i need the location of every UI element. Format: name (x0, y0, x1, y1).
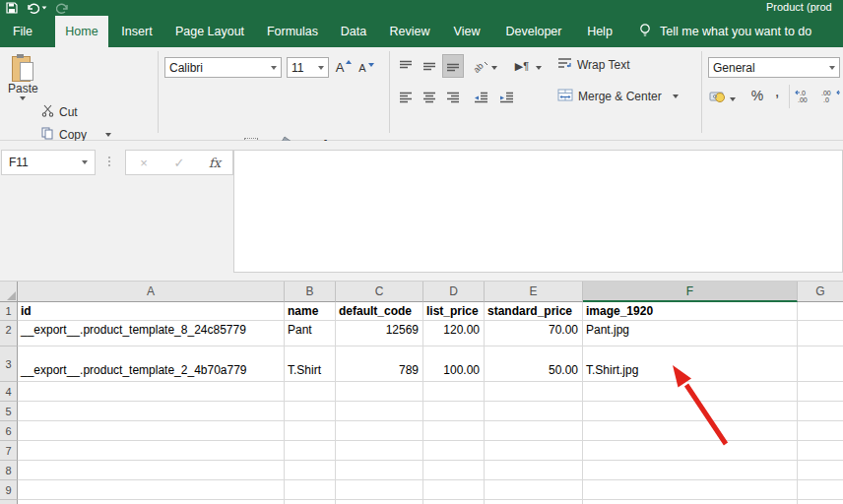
cell[interactable] (798, 441, 843, 461)
column-header-B[interactable]: B (285, 282, 336, 302)
tab-file[interactable]: File (0, 16, 45, 47)
increase-indent-button[interactable] (496, 87, 516, 108)
cell[interactable] (423, 382, 485, 402)
cell[interactable] (798, 402, 843, 421)
cell[interactable] (423, 480, 485, 500)
row-header-3[interactable]: 3 (0, 346, 18, 382)
font-size-select[interactable]: 11 (287, 57, 329, 78)
cell-C3[interactable]: 789 (336, 346, 423, 382)
cell[interactable] (18, 402, 285, 421)
comma-style-button[interactable]: , (771, 81, 783, 102)
merge-center-button[interactable]: Merge & Center (557, 87, 679, 106)
cell[interactable] (285, 461, 336, 480)
cell[interactable] (336, 382, 423, 402)
cell[interactable] (798, 480, 843, 500)
cell-D3[interactable]: 100.00 (423, 346, 485, 382)
cell[interactable] (583, 461, 798, 480)
cell[interactable] (485, 382, 583, 402)
column-header-C[interactable]: C (336, 282, 423, 302)
cell[interactable] (336, 500, 423, 504)
cell[interactable] (18, 382, 285, 402)
cell[interactable] (336, 461, 423, 480)
insert-function-icon[interactable]: fx (197, 156, 232, 170)
cell[interactable] (336, 421, 423, 441)
paste-button[interactable]: Paste (8, 54, 38, 100)
tab-help[interactable]: Help (577, 16, 622, 47)
cell[interactable] (285, 441, 336, 461)
row-header-10[interactable] (0, 500, 18, 504)
decrease-decimal-button[interactable]: .00.0 (819, 85, 841, 106)
row-header-8[interactable]: 8 (0, 461, 18, 480)
merge-center-dropdown-icon[interactable] (673, 94, 679, 98)
cell-F1[interactable]: image_1920 (583, 302, 798, 321)
cell[interactable] (18, 461, 285, 480)
grow-font-button[interactable]: A (334, 56, 354, 78)
tab-page-layout[interactable]: Page Layout (165, 16, 254, 47)
cell[interactable] (583, 421, 798, 441)
shrink-font-button[interactable]: A (357, 57, 376, 79)
align-right-button[interactable] (443, 87, 463, 108)
tab-review[interactable]: Review (382, 16, 437, 47)
tab-view[interactable]: View (443, 16, 490, 47)
formula-input[interactable] (233, 150, 843, 273)
tab-data[interactable]: Data (331, 16, 376, 47)
cell[interactable] (423, 500, 485, 504)
cancel-icon[interactable]: × (126, 156, 162, 170)
cell[interactable] (798, 461, 843, 480)
cell[interactable] (485, 480, 583, 500)
cell[interactable] (798, 382, 843, 402)
cell-D1[interactable]: list_price (423, 302, 485, 321)
tab-formulas[interactable]: Formulas (260, 16, 325, 47)
row-header-7[interactable]: 7 (0, 441, 18, 461)
cell[interactable] (423, 461, 485, 480)
tab-home[interactable]: Home (55, 16, 108, 47)
copy-dropdown-icon[interactable] (105, 133, 111, 137)
cell-F3[interactable]: T.Shirt.jpg (583, 346, 798, 382)
row-header-5[interactable]: 5 (0, 402, 18, 421)
cell[interactable] (18, 480, 285, 500)
cell-G3[interactable] (798, 346, 843, 382)
column-header-A[interactable]: A (18, 282, 285, 302)
cell-E3[interactable]: 50.00 (485, 346, 583, 382)
tab-insert[interactable]: Insert (114, 16, 160, 47)
cell-E2[interactable]: 70.00 (485, 321, 583, 346)
enter-icon[interactable]: ✓ (162, 156, 197, 170)
cell-C2[interactable]: 12569 (336, 321, 423, 346)
number-format-select[interactable]: General (708, 57, 840, 78)
font-name-select[interactable]: Calibri (164, 57, 282, 78)
cell-E1[interactable]: standard_price (485, 302, 583, 321)
cell-A3[interactable]: __export__.product_template_2_4b70a779 (18, 346, 285, 382)
cell[interactable] (423, 441, 485, 461)
cell[interactable] (336, 402, 423, 421)
align-left-button[interactable] (396, 87, 416, 108)
row-header-1[interactable]: 1 (0, 302, 18, 321)
cut-button[interactable]: Cut (41, 102, 78, 122)
align-middle-button[interactable] (420, 55, 439, 77)
customize-qat-icon[interactable] (94, 0, 99, 17)
column-header-F-selected[interactable]: F (583, 282, 798, 302)
cell[interactable] (583, 500, 798, 504)
cell[interactable] (18, 441, 285, 461)
undo-icon[interactable] (27, 2, 47, 14)
cell[interactable] (285, 382, 336, 402)
cell[interactable] (798, 421, 843, 441)
text-direction-dropdown-icon[interactable] (536, 57, 542, 79)
name-box[interactable]: F11 (1, 150, 96, 175)
increase-decimal-button[interactable]: .0.00 (794, 85, 815, 106)
name-box-dropdown-icon[interactable] (82, 160, 88, 164)
column-header-G[interactable]: G (798, 282, 843, 302)
tell-me-box[interactable]: Tell me what you want to do (638, 16, 811, 47)
row-header-9[interactable]: 9 (0, 480, 18, 500)
cell[interactable] (336, 441, 423, 461)
decrease-indent-button[interactable] (471, 87, 490, 108)
orientation-button[interactable]: ab (471, 55, 490, 77)
cell-B3[interactable]: T.Shirt (285, 346, 336, 382)
wrap-text-button[interactable]: Wrap Text (557, 55, 630, 75)
cell[interactable] (485, 441, 583, 461)
column-header-D[interactable]: D (423, 282, 485, 302)
cell[interactable] (485, 500, 583, 504)
cell[interactable] (583, 402, 798, 421)
row-header-2[interactable]: 2 (0, 321, 18, 346)
cell[interactable] (485, 402, 583, 421)
column-header-E[interactable]: E (485, 282, 583, 302)
